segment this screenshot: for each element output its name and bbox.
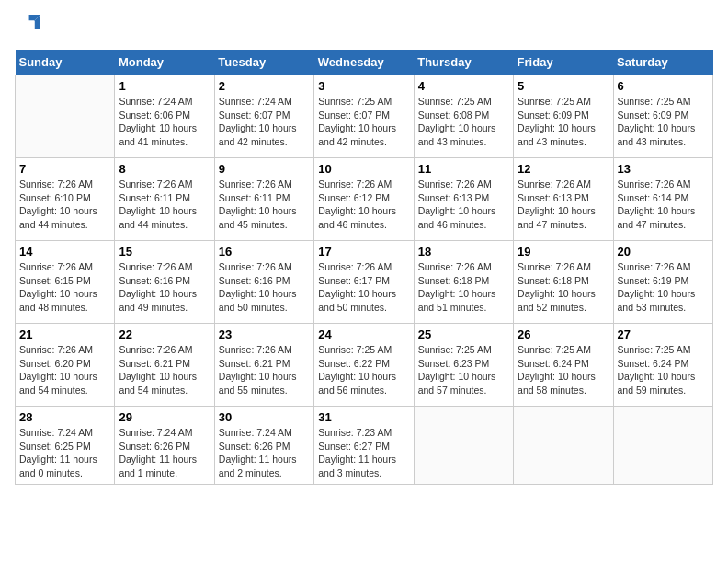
calendar-day-cell: 14Sunrise: 7:26 AMSunset: 6:15 PMDayligh… — [16, 241, 115, 324]
weekday-header-cell: Tuesday — [214, 50, 313, 75]
day-info: Sunrise: 7:26 AMSunset: 6:11 PMDaylight:… — [119, 178, 210, 232]
day-info: Sunrise: 7:25 AMSunset: 6:07 PMDaylight:… — [318, 95, 409, 149]
day-number: 26 — [518, 327, 609, 341]
day-info: Sunrise: 7:25 AMSunset: 6:22 PMDaylight:… — [318, 343, 409, 397]
calendar-day-cell: 9Sunrise: 7:26 AMSunset: 6:11 PMDaylight… — [214, 158, 313, 241]
calendar-day-cell: 29Sunrise: 7:24 AMSunset: 6:26 PMDayligh… — [115, 407, 214, 485]
weekday-header-cell: Sunday — [16, 50, 115, 75]
day-number: 31 — [318, 410, 409, 424]
day-number: 7 — [19, 162, 110, 176]
calendar-day-cell: 1Sunrise: 7:24 AMSunset: 6:06 PMDaylight… — [115, 75, 214, 158]
day-info: Sunrise: 7:26 AMSunset: 6:16 PMDaylight:… — [119, 260, 210, 315]
day-number: 9 — [219, 162, 310, 176]
calendar-day-cell — [16, 75, 115, 158]
calendar-week-row: 1Sunrise: 7:24 AMSunset: 6:06 PMDaylight… — [16, 75, 713, 158]
day-info: Sunrise: 7:26 AMSunset: 6:12 PMDaylight:… — [318, 178, 409, 232]
calendar-day-cell: 20Sunrise: 7:26 AMSunset: 6:19 PMDayligh… — [613, 241, 712, 324]
day-number: 11 — [418, 162, 509, 176]
day-number: 13 — [618, 162, 709, 176]
calendar-day-cell: 17Sunrise: 7:26 AMSunset: 6:17 PMDayligh… — [314, 241, 414, 324]
day-number: 23 — [219, 327, 310, 341]
calendar-day-cell: 16Sunrise: 7:26 AMSunset: 6:16 PMDayligh… — [214, 241, 313, 324]
day-info: Sunrise: 7:23 AMSunset: 6:27 PMDaylight:… — [318, 426, 409, 480]
day-info: Sunrise: 7:24 AMSunset: 6:26 PMDaylight:… — [219, 426, 310, 480]
day-info: Sunrise: 7:26 AMSunset: 6:13 PMDaylight:… — [518, 178, 609, 232]
calendar-week-row: 21Sunrise: 7:26 AMSunset: 6:20 PMDayligh… — [16, 324, 713, 407]
day-number: 20 — [618, 245, 709, 259]
day-number: 1 — [119, 79, 210, 93]
calendar-day-cell: 8Sunrise: 7:26 AMSunset: 6:11 PMDaylight… — [115, 158, 214, 241]
calendar-day-cell: 13Sunrise: 7:26 AMSunset: 6:14 PMDayligh… — [613, 158, 712, 241]
day-info: Sunrise: 7:24 AMSunset: 6:06 PMDaylight:… — [119, 95, 210, 149]
weekday-header-cell: Thursday — [414, 50, 513, 75]
calendar-day-cell: 22Sunrise: 7:26 AMSunset: 6:21 PMDayligh… — [115, 324, 214, 407]
calendar-day-cell: 2Sunrise: 7:24 AMSunset: 6:07 PMDaylight… — [214, 75, 313, 158]
day-number: 14 — [19, 245, 110, 259]
calendar-day-cell: 11Sunrise: 7:26 AMSunset: 6:13 PMDayligh… — [414, 158, 513, 241]
weekday-header-cell: Saturday — [613, 50, 712, 75]
day-number: 19 — [518, 245, 609, 259]
calendar-day-cell — [514, 407, 613, 485]
day-info: Sunrise: 7:26 AMSunset: 6:21 PMDaylight:… — [219, 343, 310, 397]
calendar-day-cell: 25Sunrise: 7:25 AMSunset: 6:23 PMDayligh… — [414, 324, 513, 407]
calendar-day-cell: 7Sunrise: 7:26 AMSunset: 6:10 PMDaylight… — [16, 158, 115, 241]
calendar-day-cell: 21Sunrise: 7:26 AMSunset: 6:20 PMDayligh… — [16, 324, 115, 407]
day-info: Sunrise: 7:24 AMSunset: 6:26 PMDaylight:… — [119, 426, 210, 480]
day-info: Sunrise: 7:26 AMSunset: 6:21 PMDaylight:… — [119, 343, 210, 397]
day-number: 5 — [518, 79, 609, 93]
day-info: Sunrise: 7:25 AMSunset: 6:24 PMDaylight:… — [518, 343, 609, 397]
calendar-day-cell: 30Sunrise: 7:24 AMSunset: 6:26 PMDayligh… — [214, 407, 313, 485]
calendar-week-row: 14Sunrise: 7:26 AMSunset: 6:15 PMDayligh… — [16, 241, 713, 324]
weekday-header-cell: Wednesday — [314, 50, 414, 75]
day-info: Sunrise: 7:25 AMSunset: 6:08 PMDaylight:… — [418, 95, 509, 149]
day-number: 18 — [418, 245, 509, 259]
calendar-body: 1Sunrise: 7:24 AMSunset: 6:06 PMDaylight… — [16, 75, 713, 485]
logo-icon — [15, 15, 40, 40]
calendar-day-cell: 18Sunrise: 7:26 AMSunset: 6:18 PMDayligh… — [414, 241, 513, 324]
day-number: 16 — [219, 245, 310, 259]
day-info: Sunrise: 7:26 AMSunset: 6:16 PMDaylight:… — [219, 260, 310, 315]
day-info: Sunrise: 7:26 AMSunset: 6:20 PMDaylight:… — [19, 343, 110, 397]
day-number: 24 — [318, 327, 409, 341]
day-number: 6 — [618, 79, 709, 93]
day-info: Sunrise: 7:26 AMSunset: 6:18 PMDaylight:… — [418, 260, 509, 315]
day-number: 27 — [618, 327, 709, 341]
page-header — [15, 15, 713, 40]
day-number: 3 — [318, 79, 409, 93]
day-info: Sunrise: 7:26 AMSunset: 6:19 PMDaylight:… — [618, 260, 709, 315]
calendar-day-cell: 15Sunrise: 7:26 AMSunset: 6:16 PMDayligh… — [115, 241, 214, 324]
calendar-day-cell: 6Sunrise: 7:25 AMSunset: 6:09 PMDaylight… — [613, 75, 712, 158]
calendar-day-cell: 23Sunrise: 7:26 AMSunset: 6:21 PMDayligh… — [214, 324, 313, 407]
calendar-day-cell — [414, 407, 513, 485]
day-info: Sunrise: 7:26 AMSunset: 6:14 PMDaylight:… — [618, 178, 709, 232]
day-number: 25 — [418, 327, 509, 341]
calendar-day-cell: 24Sunrise: 7:25 AMSunset: 6:22 PMDayligh… — [314, 324, 414, 407]
day-info: Sunrise: 7:25 AMSunset: 6:09 PMDaylight:… — [518, 95, 609, 149]
calendar-day-cell: 10Sunrise: 7:26 AMSunset: 6:12 PMDayligh… — [314, 158, 414, 241]
day-number: 4 — [418, 79, 509, 93]
day-number: 12 — [518, 162, 609, 176]
calendar-day-cell — [613, 407, 712, 485]
day-number: 30 — [219, 410, 310, 424]
day-info: Sunrise: 7:25 AMSunset: 6:23 PMDaylight:… — [418, 343, 509, 397]
day-number: 29 — [119, 410, 210, 424]
day-number: 10 — [318, 162, 409, 176]
weekday-header-row: SundayMondayTuesdayWednesdayThursdayFrid… — [16, 50, 713, 75]
calendar-week-row: 28Sunrise: 7:24 AMSunset: 6:25 PMDayligh… — [16, 407, 713, 485]
calendar-day-cell: 28Sunrise: 7:24 AMSunset: 6:25 PMDayligh… — [16, 407, 115, 485]
day-number: 28 — [19, 410, 110, 424]
calendar-week-row: 7Sunrise: 7:26 AMSunset: 6:10 PMDaylight… — [16, 158, 713, 241]
day-info: Sunrise: 7:26 AMSunset: 6:10 PMDaylight:… — [19, 178, 110, 232]
day-number: 2 — [219, 79, 310, 93]
day-number: 22 — [119, 327, 210, 341]
day-info: Sunrise: 7:26 AMSunset: 6:15 PMDaylight:… — [19, 260, 110, 315]
day-info: Sunrise: 7:26 AMSunset: 6:11 PMDaylight:… — [219, 178, 310, 232]
calendar-day-cell: 26Sunrise: 7:25 AMSunset: 6:24 PMDayligh… — [514, 324, 613, 407]
day-info: Sunrise: 7:26 AMSunset: 6:18 PMDaylight:… — [518, 260, 609, 315]
day-info: Sunrise: 7:24 AMSunset: 6:07 PMDaylight:… — [219, 95, 310, 149]
day-number: 17 — [318, 245, 409, 259]
day-info: Sunrise: 7:25 AMSunset: 6:09 PMDaylight:… — [618, 95, 709, 149]
calendar-day-cell: 3Sunrise: 7:25 AMSunset: 6:07 PMDaylight… — [314, 75, 414, 158]
day-info: Sunrise: 7:26 AMSunset: 6:17 PMDaylight:… — [318, 260, 409, 315]
weekday-header-cell: Friday — [514, 50, 613, 75]
